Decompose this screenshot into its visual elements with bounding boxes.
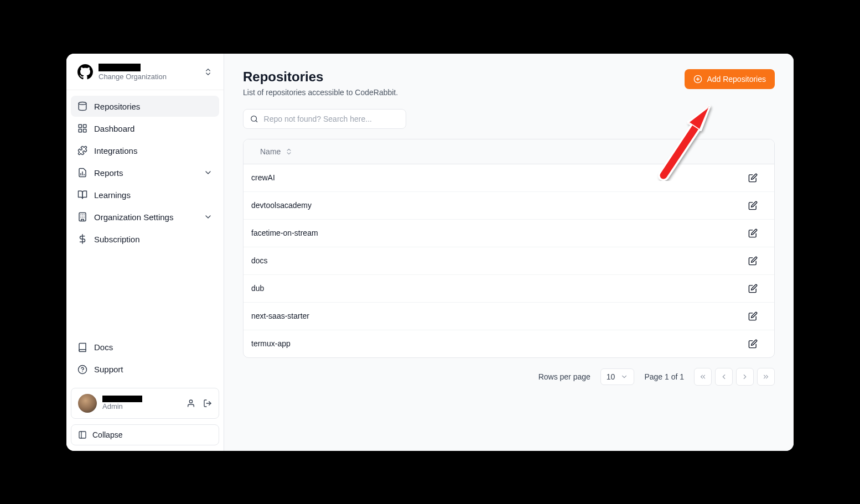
last-page-button[interactable] [757,368,775,386]
sidebar-item-integrations[interactable]: Integrations [71,140,219,161]
chevrons-up-down-icon [204,67,213,76]
svg-rect-3 [84,129,86,132]
repo-name: crewAI [251,173,275,182]
first-page-button[interactable] [694,368,712,386]
svg-rect-1 [79,124,81,127]
prev-page-button[interactable] [715,368,733,386]
rows-per-page-select[interactable]: 10 [600,368,635,385]
user-name-redacted [102,396,142,402]
page-subtitle: List of repositories accessible to CodeR… [243,88,398,97]
logout-icon[interactable] [203,399,212,408]
next-page-button[interactable] [736,368,754,386]
sidebar-item-learnings[interactable]: Learnings [71,184,219,205]
org-name-redacted [99,64,141,71]
table-row[interactable]: docs [244,247,774,275]
sidebar-item-label: Docs [94,342,113,352]
repo-name: docs [251,256,268,265]
edit-icon[interactable] [748,284,758,293]
table-row[interactable]: next-saas-starter [244,303,774,330]
page-indicator: Page 1 of 1 [644,372,684,381]
edit-icon[interactable] [748,173,758,183]
svg-rect-11 [79,432,86,438]
edit-icon[interactable] [748,228,758,238]
puzzle-icon [77,146,87,155]
table-body: crewAIdevtoolsacademyfacetime-on-streamd… [244,164,774,357]
collapse-button[interactable]: Collapse [71,424,219,445]
main-content: Repositories List of repositories access… [224,54,794,451]
sidebar-item-reports[interactable]: Reports [71,162,219,183]
svg-rect-2 [84,124,86,127]
sidebar-item-label: Organization Settings [94,212,173,222]
search-container[interactable] [243,109,406,129]
panel-left-icon [78,430,87,439]
sidebar-item-label: Support [94,365,123,374]
org-change-label: Change Organization [99,72,167,81]
page-title: Repositories [243,69,398,85]
sort-icon [285,148,293,155]
column-name: Name [260,147,281,156]
svg-line-17 [256,120,257,122]
app-window: Change Organization Repositories Dashboa… [66,54,794,451]
sidebar-bottom: Docs Support [66,337,224,388]
user-card: Admin [71,388,219,419]
sidebar-item-repositories[interactable]: Repositories [71,96,219,117]
add-repositories-button[interactable]: Add Repositories [685,69,775,89]
sidebar: Change Organization Repositories Dashboa… [66,54,224,451]
add-button-label: Add Repositories [707,75,766,84]
svg-point-0 [79,102,86,105]
dollar-icon [77,234,87,244]
search-icon [250,115,258,123]
search-bar [243,109,775,129]
edit-icon[interactable] [748,201,758,210]
search-input[interactable] [264,115,399,123]
svg-point-9 [189,400,192,403]
sidebar-item-subscription[interactable]: Subscription [71,228,219,250]
edit-icon[interactable] [748,311,758,321]
help-icon [77,365,87,375]
sidebar-item-label: Learnings [94,190,131,200]
repo-name: facetime-on-stream [251,228,318,237]
file-chart-icon [77,168,87,178]
repo-name: devtoolsacademy [251,201,312,210]
page-header: Repositories List of repositories access… [243,69,775,97]
sidebar-item-org-settings[interactable]: Organization Settings [71,206,219,227]
avatar [78,394,97,413]
edit-icon[interactable] [748,339,758,349]
table-row[interactable]: crewAI [244,164,774,192]
github-icon [77,64,93,80]
building-icon [77,212,87,222]
sidebar-item-label: Repositories [94,102,140,111]
sidebar-item-support[interactable]: Support [71,359,219,380]
pager-buttons [694,368,775,386]
folder-icon [77,101,87,111]
book-open-icon [77,190,87,200]
book-icon [77,342,87,352]
table-row[interactable]: devtoolsacademy [244,192,774,220]
sidebar-nav: Repositories Dashboard Integrations Repo… [66,90,224,251]
rows-per-page-label: Rows per page [538,372,590,381]
sidebar-item-label: Reports [94,168,123,178]
collapse-label: Collapse [92,430,122,439]
table-header[interactable]: Name [244,139,774,164]
sidebar-item-dashboard[interactable]: Dashboard [71,118,219,139]
table-row[interactable]: termux-app [244,330,774,357]
chevron-down-icon [620,373,628,381]
table-row[interactable]: facetime-on-stream [244,220,774,247]
chevron-down-icon [204,168,213,177]
table-row[interactable]: dub [244,275,774,303]
profile-icon[interactable] [186,399,195,408]
grid-icon [77,123,87,133]
sidebar-item-label: Dashboard [94,124,134,133]
rows-value: 10 [607,372,615,381]
repo-name: termux-app [251,339,291,348]
org-switcher[interactable]: Change Organization [66,54,224,91]
repo-name: next-saas-starter [251,311,309,320]
sidebar-item-docs[interactable]: Docs [71,337,219,358]
repo-table: Name crewAIdevtoolsacademyfacetime-on-st… [243,139,775,358]
sidebar-item-label: Subscription [94,235,140,244]
plus-circle-icon [693,75,702,84]
repo-name: dub [251,284,264,293]
pagination: Rows per page 10 Page 1 of 1 [243,368,775,386]
edit-icon[interactable] [748,256,758,266]
sidebar-item-label: Integrations [94,146,137,155]
